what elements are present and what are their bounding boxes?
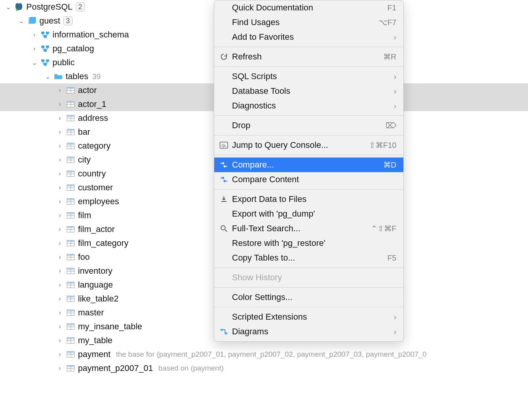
menu-label: Compare Content: [232, 174, 396, 185]
svg-rect-7: [46, 46, 49, 48]
postgres-icon: [14, 3, 24, 11]
table-icon: [66, 295, 76, 303]
expand-right-arrow[interactable]: ›: [54, 212, 66, 219]
menu-item[interactable]: QLJump to Query Console...⇧⌘F10: [214, 138, 403, 152]
menu-separator: [214, 135, 403, 135]
menu-separator: [214, 189, 403, 190]
table-icon: [66, 281, 76, 289]
tree-label: address: [78, 113, 108, 123]
expand-right-arrow[interactable]: ›: [29, 31, 40, 38]
menu-item[interactable]: SQL Scripts›: [214, 69, 403, 84]
menu-shortcut: ⌃⇧⌘F: [371, 224, 396, 233]
svg-rect-3: [41, 32, 44, 34]
expand-right-arrow[interactable]: ›: [54, 281, 66, 288]
database-icon: [27, 17, 37, 25]
table-icon: [66, 86, 76, 95]
menu-item[interactable]: Export with 'pg_dump': [214, 207, 403, 221]
expand-right-arrow[interactable]: ›: [54, 87, 66, 94]
context-menu: Quick DocumentationF1Find Usages⌥F7Add t…: [214, 0, 404, 342]
expand-down-arrow[interactable]: ⌄: [29, 59, 40, 66]
expand-down-arrow[interactable]: ⌄: [42, 73, 53, 80]
menu-shortcut: ⌘D: [383, 160, 396, 169]
expand-right-arrow[interactable]: ›: [54, 323, 66, 330]
count-label: 39: [92, 72, 101, 81]
expand-right-arrow[interactable]: ›: [29, 45, 40, 52]
menu-label: Diagrams: [232, 327, 394, 337]
expand-right-arrow[interactable]: ›: [54, 254, 66, 261]
table-icon: [66, 253, 76, 261]
menu-item[interactable]: Refresh⌘R: [214, 49, 403, 64]
menu-item[interactable]: Find Usages⌥F7: [214, 15, 403, 30]
table-icon: [66, 156, 76, 164]
menu-separator: [214, 155, 403, 155]
expand-right-arrow[interactable]: ›: [54, 101, 66, 108]
menu-item[interactable]: Diagnostics›: [214, 98, 403, 113]
menu-item[interactable]: Drop⌦: [214, 118, 403, 133]
menu-item[interactable]: Diagrams›: [214, 324, 403, 339]
menu-label: Refresh: [232, 52, 383, 62]
menu-item[interactable]: Quick DocumentationF1: [214, 0, 403, 15]
svg-rect-11: [44, 63, 47, 66]
menu-label: Find Usages: [232, 17, 379, 27]
tree-label: category: [78, 141, 110, 151]
compare-icon: [219, 176, 229, 183]
table-icon: [66, 225, 76, 234]
menu-label: Color Settings...: [232, 292, 396, 302]
expand-right-arrow[interactable]: ›: [54, 295, 66, 302]
expand-right-arrow[interactable]: ›: [54, 226, 66, 233]
expand-right-arrow[interactable]: ›: [54, 170, 66, 177]
menu-label: Database Tools: [232, 86, 394, 96]
tree-table[interactable]: ›payment_p2007_01based on (payment): [0, 361, 528, 375]
expand-down-arrow[interactable]: ⌄: [2, 3, 14, 11]
tree-table[interactable]: ›paymentthe base for {payment_p2007_01, …: [0, 347, 528, 361]
menu-item[interactable]: Restore with 'pg_restore': [214, 236, 403, 251]
expand-right-arrow[interactable]: ›: [54, 268, 66, 274]
expand-right-arrow[interactable]: ›: [54, 365, 66, 372]
menu-label: Export Data to Files: [232, 194, 396, 204]
menu-item[interactable]: Full-Text Search...⌃⇧⌘F: [214, 221, 403, 236]
expand-right-arrow[interactable]: ›: [54, 309, 66, 316]
table-icon: [66, 322, 76, 331]
tree-label: public: [52, 58, 74, 68]
table-icon: [66, 128, 76, 136]
submenu-arrow-icon: ›: [394, 33, 396, 42]
expand-right-arrow[interactable]: ›: [54, 142, 66, 149]
svg-rect-9: [41, 59, 44, 62]
menu-label: Compare...: [232, 160, 383, 170]
expand-right-arrow[interactable]: ›: [54, 115, 66, 122]
expand-right-arrow[interactable]: ›: [54, 351, 66, 358]
tree-label: city: [78, 155, 91, 165]
submenu-arrow-icon: ›: [394, 313, 396, 322]
search-icon: [219, 225, 229, 232]
table-icon: [66, 211, 76, 220]
menu-label: Show History: [232, 273, 396, 283]
expand-right-arrow[interactable]: ›: [54, 198, 66, 205]
menu-item[interactable]: Database Tools›: [214, 84, 403, 98]
menu-item[interactable]: Color Settings...: [214, 290, 403, 305]
expand-right-arrow[interactable]: ›: [54, 184, 66, 191]
count-badge: 2: [76, 2, 85, 12]
expand-down-arrow[interactable]: ⌄: [15, 17, 27, 25]
expand-right-arrow[interactable]: ›: [54, 337, 66, 344]
schema-icon: [40, 44, 50, 53]
menu-item[interactable]: Compare Content: [214, 172, 403, 187]
menu-shortcut: ⌘R: [383, 52, 396, 61]
menu-item[interactable]: Copy Tables to...F5: [214, 251, 403, 265]
menu-item[interactable]: Scripted Extensions›: [214, 310, 403, 324]
menu-label: Copy Tables to...: [232, 253, 388, 263]
submenu-arrow-icon: ›: [394, 72, 396, 81]
menu-label: Full-Text Search...: [232, 224, 371, 234]
tree-label: foo: [78, 252, 90, 262]
menu-item[interactable]: Add to Favorites›: [214, 30, 403, 44]
menu-shortcut: F5: [388, 254, 396, 262]
menu-item[interactable]: Export Data to Files: [214, 192, 403, 207]
tree-label: like_table2: [78, 294, 118, 304]
tree-label: inventory: [78, 266, 112, 276]
table-icon: [66, 142, 76, 150]
menu-item[interactable]: Compare...⌘D: [214, 158, 403, 172]
table-icon: [66, 183, 76, 192]
expand-right-arrow[interactable]: ›: [54, 240, 66, 247]
expand-right-arrow[interactable]: ›: [54, 129, 66, 135]
submenu-arrow-icon: ›: [394, 327, 396, 336]
expand-right-arrow[interactable]: ›: [54, 156, 66, 163]
